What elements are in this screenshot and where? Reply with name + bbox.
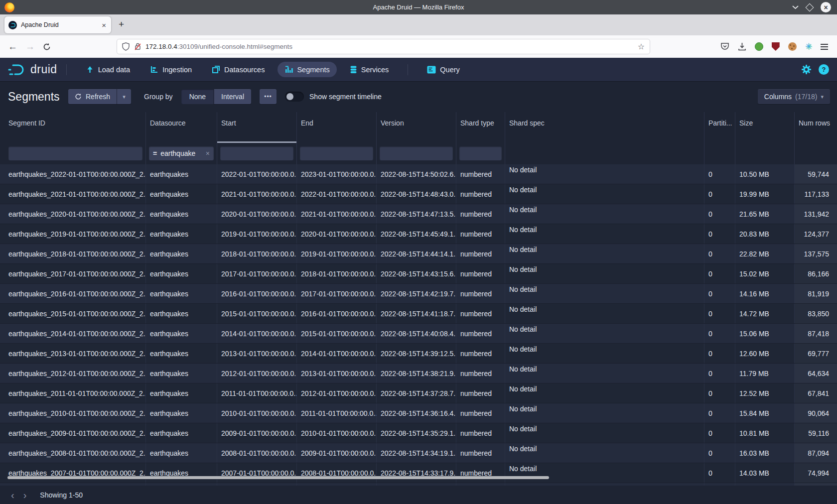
cell-end[interactable]: 2021-01-01T00:00:00.0... <box>296 204 376 224</box>
cell-datasource[interactable]: earthquakes <box>145 463 217 483</box>
cell-datasource[interactable]: earthquakes <box>145 423 217 443</box>
horizontal-scrollbar[interactable] <box>7 476 549 479</box>
nav-item-load-data[interactable]: Load data <box>79 62 138 77</box>
table-row[interactable]: earthquakes_2012-01-01T00:00:00.000Z_2..… <box>0 364 837 383</box>
cell-end[interactable]: 2016-01-01T00:00:00.0... <box>296 304 376 323</box>
cell-start[interactable]: 2015-01-01T00:00:00.0... <box>217 304 296 323</box>
cell-shard-spec[interactable]: No detail <box>505 443 704 463</box>
column-header-version[interactable]: Version <box>376 112 456 143</box>
column-header-end[interactable]: End <box>296 112 376 143</box>
cell-version[interactable]: 2022-08-15T14:41:18.7... <box>376 304 456 323</box>
column-header-datasource[interactable]: Datasource <box>145 112 217 143</box>
shard-type-filter-input[interactable] <box>459 146 502 160</box>
back-icon[interactable]: ← <box>8 41 17 52</box>
cell-datasource[interactable]: earthquakes <box>145 364 217 383</box>
cell-end[interactable]: 2011-01-01T00:00:00.0... <box>296 403 376 423</box>
more-options-button[interactable]: ••• <box>260 89 277 104</box>
nav-item-services[interactable]: Services <box>343 62 396 77</box>
cell-shard-spec[interactable]: No detail <box>505 324 704 343</box>
segment-timeline-toggle[interactable] <box>285 92 304 102</box>
cell-datasource[interactable]: earthquakes <box>145 224 217 244</box>
cell-start[interactable]: 2009-01-01T00:00:00.0... <box>217 423 296 443</box>
table-row[interactable]: earthquakes_2014-01-01T00:00:00.000Z_2..… <box>0 324 837 344</box>
minimize-icon[interactable] <box>792 5 799 9</box>
table-row[interactable]: earthquakes_2008-01-01T00:00:00.000Z_2..… <box>0 443 837 463</box>
cell-version[interactable]: 2022-08-15T14:39:12.5... <box>376 344 456 363</box>
help-icon[interactable]: ? <box>819 64 829 75</box>
cell-datasource[interactable]: earthquakes <box>145 284 217 303</box>
cell-shard-spec[interactable]: No detail <box>505 284 704 303</box>
cell-shard-spec[interactable]: No detail <box>505 364 704 383</box>
cell-segment-id[interactable]: earthquakes_2020-01-01T00:00:00.000Z_2..… <box>0 204 145 224</box>
ublock-icon[interactable] <box>772 42 780 51</box>
datasource-filter-input[interactable]: = earthquake × <box>149 146 214 160</box>
column-header-size[interactable]: Size <box>735 112 794 143</box>
cell-datasource[interactable]: earthquakes <box>145 443 217 463</box>
cell-shard-spec[interactable]: No detail <box>505 264 704 283</box>
group-by-interval-button[interactable]: Interval <box>214 89 251 104</box>
cell-segment-id[interactable]: earthquakes_2014-01-01T00:00:00.000Z_2..… <box>0 324 145 343</box>
cell-version[interactable]: 2022-08-15T14:40:08.4... <box>376 324 456 343</box>
containers-icon[interactable]: ✳ <box>805 41 812 52</box>
nav-item-segments[interactable]: Segments <box>278 62 336 77</box>
column-header-partitioning[interactable]: Partiti... <box>704 112 735 143</box>
cell-end[interactable]: 2022-01-01T00:00:00.0... <box>296 184 376 204</box>
table-row[interactable]: earthquakes_2007-01-01T00:00:00.000Z_2..… <box>0 463 837 483</box>
table-row[interactable]: earthquakes_2015-01-01T00:00:00.000Z_2..… <box>0 304 837 324</box>
refresh-button[interactable]: Refresh <box>68 89 117 104</box>
cell-shard-spec[interactable]: No detail <box>505 224 704 244</box>
cell-version[interactable]: 2022-08-15T14:44:14.1... <box>376 244 456 263</box>
cell-start[interactable]: 2014-01-01T00:00:00.0... <box>217 324 296 343</box>
cell-start[interactable]: 2017-01-01T00:00:00.0... <box>217 264 296 283</box>
cell-datasource[interactable]: earthquakes <box>145 383 217 403</box>
table-row[interactable]: earthquakes_2021-01-01T00:00:00.000Z_2..… <box>0 184 837 204</box>
cell-shard-spec[interactable]: No detail <box>505 344 704 363</box>
cell-start[interactable]: 2012-01-01T00:00:00.0... <box>217 364 296 383</box>
cell-segment-id[interactable]: earthquakes_2007-01-01T00:00:00.000Z_2..… <box>0 463 145 483</box>
column-header-segment-id[interactable]: Segment ID <box>0 112 145 143</box>
cell-segment-id[interactable]: earthquakes_2010-01-01T00:00:00.000Z_2..… <box>0 403 145 423</box>
cell-start[interactable]: 2022-01-01T00:00:00.0... <box>217 164 296 184</box>
cell-version[interactable]: 2022-08-15T14:34:19.1... <box>376 443 456 463</box>
cell-datasource[interactable]: earthquakes <box>145 184 217 204</box>
column-header-num-rows[interactable]: Num rows <box>794 112 837 143</box>
table-row[interactable]: earthquakes_2010-01-01T00:00:00.000Z_2..… <box>0 403 837 423</box>
cell-datasource[interactable]: earthquakes <box>145 304 217 323</box>
maximize-icon[interactable] <box>806 3 814 11</box>
cell-end[interactable]: 2019-01-01T00:00:00.0... <box>296 244 376 263</box>
cell-version[interactable]: 2022-08-15T14:43:15.6... <box>376 264 456 283</box>
cell-start[interactable]: 2021-01-01T00:00:00.0... <box>217 184 296 204</box>
nav-item-datasources[interactable]: Datasources <box>205 62 272 77</box>
cell-datasource[interactable]: earthquakes <box>145 264 217 283</box>
end-filter-input[interactable] <box>300 146 373 160</box>
cell-segment-id[interactable]: earthquakes_2021-01-01T00:00:00.000Z_2..… <box>0 184 145 204</box>
cell-end[interactable]: 2012-01-01T00:00:00.0... <box>296 383 376 403</box>
table-row[interactable]: earthquakes_2018-01-01T00:00:00.000Z_2..… <box>0 244 837 264</box>
settings-gear-icon[interactable] <box>801 64 812 75</box>
cell-version[interactable]: 2022-08-15T14:50:02.6... <box>376 164 456 184</box>
cell-version[interactable]: 2022-08-15T14:48:43.0... <box>376 184 456 204</box>
cell-datasource[interactable]: earthquakes <box>145 403 217 423</box>
column-header-start[interactable]: Start <box>217 112 296 143</box>
reload-icon[interactable] <box>43 43 51 51</box>
cell-shard-spec[interactable]: No detail <box>505 383 704 403</box>
cell-end[interactable]: 2018-01-01T00:00:00.0... <box>296 264 376 283</box>
next-page-icon[interactable]: › <box>19 490 31 500</box>
cell-shard-spec[interactable]: No detail <box>505 463 704 483</box>
cell-end[interactable]: 2017-01-01T00:00:00.0... <box>296 284 376 303</box>
download-icon[interactable] <box>738 42 746 51</box>
browser-tab[interactable]: Apache Druid × <box>4 16 111 33</box>
cell-shard-spec[interactable]: No detail <box>505 184 704 204</box>
cell-segment-id[interactable]: earthquakes_2022-01-01T00:00:00.000Z_2..… <box>0 164 145 184</box>
cell-segment-id[interactable]: earthquakes_2017-01-01T00:00:00.000Z_2..… <box>0 264 145 283</box>
pocket-icon[interactable] <box>720 42 729 51</box>
group-by-none-button[interactable]: None <box>181 89 214 104</box>
cell-end[interactable]: 2023-01-01T00:00:00.0... <box>296 164 376 184</box>
bookmark-star-icon[interactable]: ☆ <box>638 42 645 51</box>
cell-shard-spec[interactable]: No detail <box>505 244 704 263</box>
forward-icon[interactable]: → <box>25 41 35 52</box>
cell-datasource[interactable]: earthquakes <box>145 324 217 343</box>
cell-version[interactable]: 2022-08-15T14:47:13.5... <box>376 204 456 224</box>
cell-shard-spec[interactable]: No detail <box>505 403 704 423</box>
previous-page-icon[interactable]: ‹ <box>6 490 19 500</box>
